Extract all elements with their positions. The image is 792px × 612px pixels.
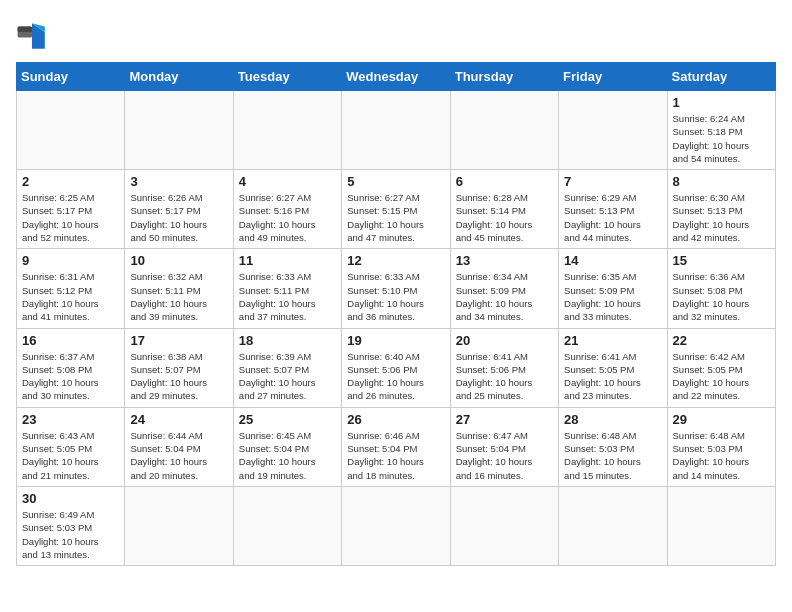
day-number: 14: [564, 253, 661, 268]
calendar-cell: 5Sunrise: 6:27 AM Sunset: 5:15 PM Daylig…: [342, 170, 450, 249]
calendar-cell: 1Sunrise: 6:24 AM Sunset: 5:18 PM Daylig…: [667, 91, 775, 170]
day-info: Sunrise: 6:27 AM Sunset: 5:16 PM Dayligh…: [239, 191, 336, 244]
logo: [16, 20, 54, 52]
day-info: Sunrise: 6:35 AM Sunset: 5:09 PM Dayligh…: [564, 270, 661, 323]
calendar-cell: [233, 91, 341, 170]
calendar-cell: [17, 91, 125, 170]
calendar-cell: [450, 91, 558, 170]
day-number: 16: [22, 333, 119, 348]
week-row-3: 9Sunrise: 6:31 AM Sunset: 5:12 PM Daylig…: [17, 249, 776, 328]
calendar-cell: 10Sunrise: 6:32 AM Sunset: 5:11 PM Dayli…: [125, 249, 233, 328]
weekday-header-sunday: Sunday: [17, 63, 125, 91]
day-info: Sunrise: 6:47 AM Sunset: 5:04 PM Dayligh…: [456, 429, 553, 482]
day-info: Sunrise: 6:26 AM Sunset: 5:17 PM Dayligh…: [130, 191, 227, 244]
calendar-cell: 2Sunrise: 6:25 AM Sunset: 5:17 PM Daylig…: [17, 170, 125, 249]
day-number: 9: [22, 253, 119, 268]
day-number: 27: [456, 412, 553, 427]
week-row-4: 16Sunrise: 6:37 AM Sunset: 5:08 PM Dayli…: [17, 328, 776, 407]
day-number: 25: [239, 412, 336, 427]
calendar-cell: 30Sunrise: 6:49 AM Sunset: 5:03 PM Dayli…: [17, 486, 125, 565]
day-number: 23: [22, 412, 119, 427]
calendar-cell: [667, 486, 775, 565]
calendar-cell: 17Sunrise: 6:38 AM Sunset: 5:07 PM Dayli…: [125, 328, 233, 407]
weekday-header-friday: Friday: [559, 63, 667, 91]
calendar-cell: 19Sunrise: 6:40 AM Sunset: 5:06 PM Dayli…: [342, 328, 450, 407]
calendar-cell: 18Sunrise: 6:39 AM Sunset: 5:07 PM Dayli…: [233, 328, 341, 407]
day-number: 26: [347, 412, 444, 427]
calendar-cell: [342, 486, 450, 565]
calendar-cell: 27Sunrise: 6:47 AM Sunset: 5:04 PM Dayli…: [450, 407, 558, 486]
day-number: 21: [564, 333, 661, 348]
calendar-cell: 24Sunrise: 6:44 AM Sunset: 5:04 PM Dayli…: [125, 407, 233, 486]
day-info: Sunrise: 6:46 AM Sunset: 5:04 PM Dayligh…: [347, 429, 444, 482]
week-row-6: 30Sunrise: 6:49 AM Sunset: 5:03 PM Dayli…: [17, 486, 776, 565]
day-info: Sunrise: 6:41 AM Sunset: 5:05 PM Dayligh…: [564, 350, 661, 403]
day-number: 13: [456, 253, 553, 268]
calendar-cell: 9Sunrise: 6:31 AM Sunset: 5:12 PM Daylig…: [17, 249, 125, 328]
day-info: Sunrise: 6:48 AM Sunset: 5:03 PM Dayligh…: [673, 429, 770, 482]
calendar-cell: 6Sunrise: 6:28 AM Sunset: 5:14 PM Daylig…: [450, 170, 558, 249]
day-info: Sunrise: 6:24 AM Sunset: 5:18 PM Dayligh…: [673, 112, 770, 165]
calendar-cell: [233, 486, 341, 565]
calendar-cell: 21Sunrise: 6:41 AM Sunset: 5:05 PM Dayli…: [559, 328, 667, 407]
calendar-cell: 29Sunrise: 6:48 AM Sunset: 5:03 PM Dayli…: [667, 407, 775, 486]
calendar-cell: 25Sunrise: 6:45 AM Sunset: 5:04 PM Dayli…: [233, 407, 341, 486]
calendar-cell: [125, 91, 233, 170]
calendar-cell: 23Sunrise: 6:43 AM Sunset: 5:05 PM Dayli…: [17, 407, 125, 486]
day-info: Sunrise: 6:44 AM Sunset: 5:04 PM Dayligh…: [130, 429, 227, 482]
calendar-cell: 13Sunrise: 6:34 AM Sunset: 5:09 PM Dayli…: [450, 249, 558, 328]
day-info: Sunrise: 6:30 AM Sunset: 5:13 PM Dayligh…: [673, 191, 770, 244]
day-number: 10: [130, 253, 227, 268]
header: [16, 16, 776, 52]
weekday-header-row: SundayMondayTuesdayWednesdayThursdayFrid…: [17, 63, 776, 91]
day-info: Sunrise: 6:25 AM Sunset: 5:17 PM Dayligh…: [22, 191, 119, 244]
day-number: 30: [22, 491, 119, 506]
day-info: Sunrise: 6:43 AM Sunset: 5:05 PM Dayligh…: [22, 429, 119, 482]
day-number: 3: [130, 174, 227, 189]
day-number: 6: [456, 174, 553, 189]
day-number: 5: [347, 174, 444, 189]
calendar-cell: 8Sunrise: 6:30 AM Sunset: 5:13 PM Daylig…: [667, 170, 775, 249]
calendar-cell: 26Sunrise: 6:46 AM Sunset: 5:04 PM Dayli…: [342, 407, 450, 486]
day-info: Sunrise: 6:38 AM Sunset: 5:07 PM Dayligh…: [130, 350, 227, 403]
calendar-cell: [450, 486, 558, 565]
weekday-header-saturday: Saturday: [667, 63, 775, 91]
weekday-header-monday: Monday: [125, 63, 233, 91]
day-info: Sunrise: 6:48 AM Sunset: 5:03 PM Dayligh…: [564, 429, 661, 482]
day-info: Sunrise: 6:36 AM Sunset: 5:08 PM Dayligh…: [673, 270, 770, 323]
day-number: 19: [347, 333, 444, 348]
calendar-cell: [559, 91, 667, 170]
day-number: 11: [239, 253, 336, 268]
day-number: 22: [673, 333, 770, 348]
calendar-cell: [559, 486, 667, 565]
calendar-cell: 4Sunrise: 6:27 AM Sunset: 5:16 PM Daylig…: [233, 170, 341, 249]
day-number: 29: [673, 412, 770, 427]
day-number: 2: [22, 174, 119, 189]
calendar: SundayMondayTuesdayWednesdayThursdayFrid…: [16, 62, 776, 566]
calendar-cell: 20Sunrise: 6:41 AM Sunset: 5:06 PM Dayli…: [450, 328, 558, 407]
day-number: 7: [564, 174, 661, 189]
day-info: Sunrise: 6:33 AM Sunset: 5:11 PM Dayligh…: [239, 270, 336, 323]
calendar-cell: 28Sunrise: 6:48 AM Sunset: 5:03 PM Dayli…: [559, 407, 667, 486]
calendar-cell: 7Sunrise: 6:29 AM Sunset: 5:13 PM Daylig…: [559, 170, 667, 249]
calendar-cell: 16Sunrise: 6:37 AM Sunset: 5:08 PM Dayli…: [17, 328, 125, 407]
svg-rect-1: [18, 26, 32, 32]
day-info: Sunrise: 6:41 AM Sunset: 5:06 PM Dayligh…: [456, 350, 553, 403]
calendar-cell: 3Sunrise: 6:26 AM Sunset: 5:17 PM Daylig…: [125, 170, 233, 249]
day-info: Sunrise: 6:42 AM Sunset: 5:05 PM Dayligh…: [673, 350, 770, 403]
calendar-cell: 15Sunrise: 6:36 AM Sunset: 5:08 PM Dayli…: [667, 249, 775, 328]
day-info: Sunrise: 6:39 AM Sunset: 5:07 PM Dayligh…: [239, 350, 336, 403]
calendar-cell: 14Sunrise: 6:35 AM Sunset: 5:09 PM Dayli…: [559, 249, 667, 328]
weekday-header-tuesday: Tuesday: [233, 63, 341, 91]
week-row-1: 1Sunrise: 6:24 AM Sunset: 5:18 PM Daylig…: [17, 91, 776, 170]
calendar-cell: 12Sunrise: 6:33 AM Sunset: 5:10 PM Dayli…: [342, 249, 450, 328]
day-info: Sunrise: 6:32 AM Sunset: 5:11 PM Dayligh…: [130, 270, 227, 323]
day-number: 1: [673, 95, 770, 110]
calendar-cell: [125, 486, 233, 565]
day-info: Sunrise: 6:37 AM Sunset: 5:08 PM Dayligh…: [22, 350, 119, 403]
day-info: Sunrise: 6:31 AM Sunset: 5:12 PM Dayligh…: [22, 270, 119, 323]
calendar-cell: [342, 91, 450, 170]
day-number: 15: [673, 253, 770, 268]
day-info: Sunrise: 6:27 AM Sunset: 5:15 PM Dayligh…: [347, 191, 444, 244]
day-info: Sunrise: 6:49 AM Sunset: 5:03 PM Dayligh…: [22, 508, 119, 561]
